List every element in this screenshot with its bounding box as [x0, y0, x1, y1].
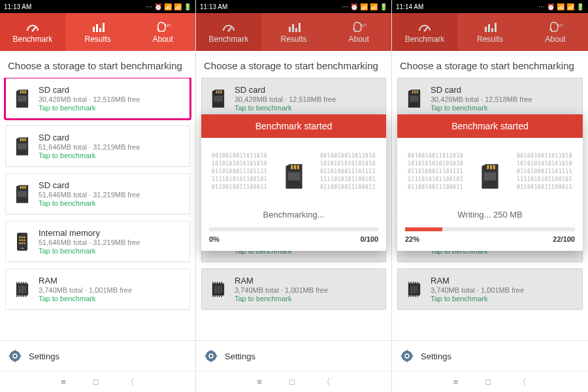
tab-about[interactable]: About — [130, 13, 195, 51]
android-nav-bar: ≡□〈 — [392, 371, 588, 392]
storage-card[interactable]: SD card30,428MB total · 12,518MB freeTap… — [397, 78, 583, 119]
status-bar: 11:14 AM⋯⏰📶📶🔋 — [392, 0, 588, 13]
binary-decoration: 0010010011011010101010101010101001101000… — [212, 152, 267, 191]
binary-decoration: 0010010011011010101010101010101001101000… — [320, 152, 376, 191]
status-icons: ⋯⏰📶📶🔋 — [342, 3, 387, 10]
settings-row[interactable]: Settings — [392, 340, 588, 371]
screen-1: 11:13 AM⋯⏰📶📶🔋BenchmarkResultsAboutChoose… — [196, 0, 392, 392]
results-icon — [90, 20, 106, 33]
progress-bar — [405, 227, 575, 231]
screen-2: 11:14 AM⋯⏰📶📶🔋BenchmarkResultsAboutChoose… — [392, 0, 588, 392]
nav-back[interactable]: 〈 — [322, 376, 331, 388]
page-heading: Choose a storage to start benchmarking — [0, 51, 195, 78]
status-bar: 11:13 AM⋯⏰📶📶🔋 — [196, 0, 391, 13]
storage-card[interactable]: SD card51,646MB total · 31,219MB freeTap… — [5, 173, 190, 214]
card-tap-hint: Tap to benchmark — [39, 247, 183, 255]
settings-row[interactable]: Settings — [196, 340, 391, 371]
tab-results[interactable]: Results — [457, 13, 523, 51]
nav-home[interactable]: □ — [93, 377, 99, 387]
tab-about[interactable]: About — [326, 13, 391, 51]
tab-bar: BenchmarkResultsAbout — [392, 13, 588, 51]
page-heading: Choose a storage to start benchmarking — [196, 51, 391, 78]
card-subtitle: 30,428MB total · 12,518MB free — [235, 95, 379, 103]
card-tap-hint: Tap to benchmark — [39, 295, 183, 302]
status-icons: ⋯⏰📶📶🔋 — [146, 3, 191, 10]
tab-label: About — [545, 35, 565, 44]
nav-recent[interactable]: ≡ — [257, 377, 262, 387]
card-subtitle: 51,646MB total · 31,219MB free — [39, 143, 183, 151]
card-title: RAM — [39, 276, 183, 286]
about-icon — [351, 20, 367, 33]
storage-card[interactable]: SD card51,646MB total · 31,219MB freeTap… — [5, 125, 190, 167]
status-icons: ⋯⏰📶📶🔋 — [538, 3, 584, 10]
tab-label: About — [153, 35, 173, 44]
status-time: 11:13 AM — [4, 3, 31, 10]
dialog-title: Benchmark started — [397, 114, 583, 138]
progress-bar — [209, 227, 378, 231]
storage-card[interactable]: Internal memory51,646MB total · 31,219MB… — [5, 221, 190, 262]
dialog-animation: 0010010011011010101010101010101001101000… — [405, 147, 575, 206]
card-tap-hint: Tap to benchmark — [39, 199, 183, 207]
tab-about[interactable]: About — [523, 13, 588, 51]
nav-back[interactable]: 〈 — [126, 376, 135, 388]
status-time: 11:13 AM — [200, 3, 227, 10]
progress-count: 22/100 — [553, 235, 575, 243]
benchmark-icon — [25, 20, 41, 33]
nav-recent[interactable]: ≡ — [453, 377, 459, 387]
sd-icon — [478, 162, 502, 191]
storage-card[interactable]: RAM3,740MB total · 1,001MB freeTap to be… — [5, 269, 190, 310]
about-icon — [547, 20, 563, 33]
card-subtitle: 30,428MB total · 12,518MB free — [431, 95, 576, 103]
tab-label: Benchmark — [208, 35, 248, 44]
results-icon — [286, 20, 302, 33]
tab-benchmark[interactable]: Benchmark — [196, 13, 261, 51]
status-bar: 11:13 AM⋯⏰📶📶🔋 — [0, 0, 195, 13]
sd-icon — [404, 88, 424, 110]
storage-card[interactable]: SD card30,428MB total · 12,518MB freeTap… — [201, 78, 386, 119]
tab-bar: BenchmarkResultsAbout — [0, 13, 195, 51]
progress-percent: 22% — [405, 235, 419, 243]
status-time: 11:14 AM — [396, 3, 423, 10]
card-title: Internal memory — [39, 228, 183, 238]
card-subtitle: 30,428MB total · 12,518MB free — [39, 95, 183, 103]
dialog-status: Writing... 250 MB — [405, 210, 575, 220]
card-tap-hint: Tap to benchmark — [39, 104, 183, 112]
card-title: RAM — [431, 276, 576, 286]
storage-card[interactable]: RAM3,740MB total · 1,001MB freeTap to be… — [201, 269, 386, 310]
tab-results[interactable]: Results — [261, 13, 327, 51]
ram-icon — [208, 278, 228, 301]
card-subtitle: 51,646MB total · 31,219MB free — [39, 191, 183, 199]
card-title: SD card — [431, 85, 576, 95]
progress-count: 0/100 — [360, 235, 378, 243]
nav-home[interactable]: □ — [485, 377, 491, 387]
storage-card[interactable]: SD card30,428MB total · 12,518MB freeTap… — [5, 78, 190, 119]
card-subtitle: 3,740MB total · 1,001MB free — [431, 286, 576, 294]
gear-icon — [8, 349, 22, 363]
page-heading: Choose a storage to start benchmarking — [392, 51, 588, 78]
card-tap-hint: Tap to benchmark — [39, 152, 183, 159]
android-nav-bar: ≡□〈 — [0, 371, 195, 392]
storage-card[interactable]: RAM3,740MB total · 1,001MB freeTap to be… — [397, 269, 583, 310]
nav-back[interactable]: 〈 — [518, 376, 527, 388]
tab-label: Results — [281, 35, 307, 44]
about-icon — [155, 20, 171, 33]
settings-row[interactable]: Settings — [0, 340, 195, 371]
tab-results[interactable]: Results — [65, 13, 131, 51]
dialog-status: Benchmarking... — [209, 210, 378, 220]
card-tap-hint: Tap to benchmark — [431, 104, 576, 112]
tab-label: Results — [477, 35, 503, 44]
settings-label: Settings — [421, 351, 451, 361]
storage-list: SD card30,428MB total · 12,518MB freeTap… — [0, 78, 195, 340]
binary-decoration: 0010010011011010101010101010101001101000… — [408, 152, 463, 191]
card-tap-hint: Tap to benchmark — [235, 104, 379, 112]
tab-label: Benchmark — [12, 35, 52, 44]
nav-home[interactable]: □ — [289, 377, 295, 387]
card-title: RAM — [235, 276, 379, 286]
card-tap-hint: Tap to benchmark — [431, 295, 576, 302]
card-title: SD card — [39, 85, 183, 95]
card-subtitle: 3,740MB total · 1,001MB free — [39, 286, 183, 294]
tab-benchmark[interactable]: Benchmark — [392, 13, 457, 51]
gear-icon — [400, 349, 414, 363]
tab-benchmark[interactable]: Benchmark — [0, 13, 65, 51]
nav-recent[interactable]: ≡ — [61, 377, 66, 387]
